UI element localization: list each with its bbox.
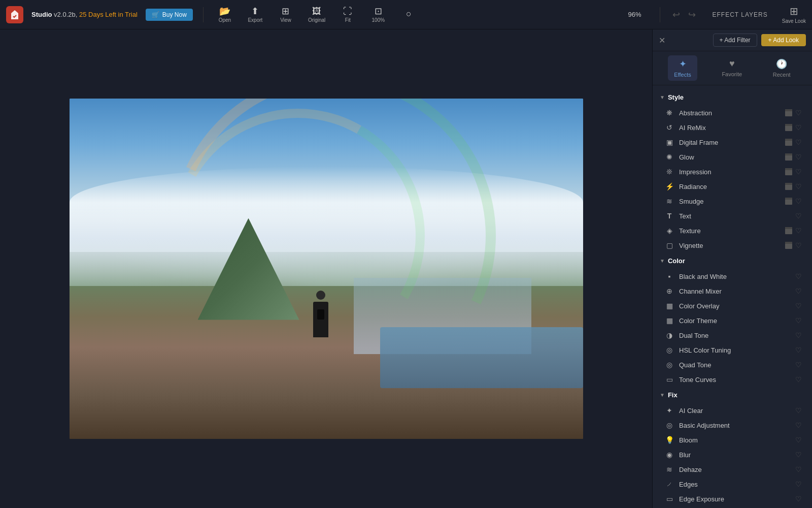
favorite-heart-icon[interactable]: ♡	[795, 302, 802, 310]
filter-item-edge-exposure[interactable]: ▭ Edge Exposure ♡	[656, 492, 809, 506]
filter-item-color-theme[interactable]: ▦ Color Theme ♡	[656, 313, 809, 328]
clapboard-icon[interactable]	[785, 198, 792, 205]
filter-item-channel-mixer[interactable]: ⊕ Channel Mixer ♡	[656, 284, 809, 298]
favorite-icon: ♥	[729, 58, 735, 69]
tab-favorite[interactable]: ♥ Favorite	[716, 55, 748, 81]
favorite-heart-icon[interactable]: ♡	[795, 346, 802, 354]
filter-item-color-overlay[interactable]: ▦ Color Overlay ♡	[656, 299, 809, 313]
favorite-heart-icon[interactable]: ♡	[795, 227, 802, 235]
favorite-heart-icon[interactable]: ♡	[795, 451, 802, 459]
filter-item-dual-tone[interactable]: ◑ Dual Tone ♡	[656, 328, 809, 342]
circle-tool-button[interactable]: ○	[397, 7, 420, 22]
text-icon: T	[665, 212, 674, 220]
smudge-icon: ≋	[665, 197, 674, 205]
favorite-heart-icon[interactable]: ♡	[795, 153, 802, 161]
buy-now-button[interactable]: 🛒 Buy Now	[146, 9, 193, 21]
filter-item-glow[interactable]: ✺ Glow ♡	[656, 150, 809, 164]
close-sidebar-button[interactable]: ✕	[659, 36, 665, 45]
favorite-heart-icon[interactable]: ♡	[795, 375, 802, 384]
favorite-heart-icon[interactable]: ♡	[795, 331, 802, 339]
filter-item-radiance[interactable]: ⚡ Radiance ♡	[656, 179, 809, 194]
section-color-header[interactable]: ▼ Color	[653, 253, 812, 269]
favorite-heart-icon[interactable]: ♡	[795, 406, 802, 415]
zoom-display: 96%	[619, 11, 650, 18]
open-button[interactable]: 📂 Open	[214, 5, 236, 25]
filter-actions: ♡	[795, 316, 802, 325]
favorite-heart-icon[interactable]: ♡	[795, 421, 802, 429]
radiance-icon: ⚡	[665, 182, 674, 190]
favorite-heart-icon[interactable]: ♡	[795, 109, 802, 117]
dehaze-icon: ≋	[665, 465, 674, 473]
canvas-area	[0, 29, 652, 508]
favorite-heart-icon[interactable]: ♡	[795, 465, 802, 473]
favorite-heart-icon[interactable]: ♡	[795, 123, 802, 132]
section-style-header[interactable]: ▼ Style	[653, 89, 812, 105]
filter-item-digital-frame[interactable]: ▣ Digital Frame ♡	[656, 135, 809, 149]
add-filter-button[interactable]: + Add Filter	[713, 34, 757, 47]
favorite-heart-icon[interactable]: ♡	[795, 168, 802, 176]
filter-item-black-and-white[interactable]: ▪ Black and White ♡	[656, 269, 809, 283]
favorite-heart-icon[interactable]: ♡	[795, 495, 802, 503]
clapboard-icon[interactable]	[785, 139, 792, 146]
clapboard-icon[interactable]	[785, 124, 792, 131]
filter-item-ai-remix[interactable]: ↺ AI ReMix ♡	[656, 120, 809, 135]
filter-item-abstraction[interactable]: ❋ Abstraction ♡	[656, 106, 809, 120]
filter-item-basic-adjustment[interactable]: ◎ Basic Adjustment ♡	[656, 418, 809, 432]
filter-actions: ♡	[785, 153, 802, 161]
filter-item-smudge[interactable]: ≋ Smudge ♡	[656, 194, 809, 208]
clapboard-icon[interactable]	[785, 168, 792, 175]
clapboard-icon[interactable]	[785, 227, 792, 234]
separator2	[660, 7, 660, 22]
color-theme-icon: ▦	[665, 316, 674, 325]
app-title: Studio v2.0.2b, 25 Days Left in Trial	[31, 11, 138, 18]
favorite-heart-icon[interactable]: ♡	[795, 436, 802, 444]
original-button[interactable]: 🖼 Original	[305, 5, 328, 25]
redo-button[interactable]: ↪	[686, 7, 698, 22]
export-button[interactable]: ⬆ Export	[244, 5, 266, 25]
filter-item-ai-clear[interactable]: ✦ AI Clear ♡	[656, 403, 809, 418]
add-look-button[interactable]: + Add Look	[761, 34, 806, 46]
fit-button[interactable]: ⛶ Fit	[336, 5, 359, 25]
favorite-heart-icon[interactable]: ♡	[795, 361, 802, 369]
filter-item-dehaze[interactable]: ≋ Dehaze ♡	[656, 462, 809, 477]
filter-item-tone-curves[interactable]: ▭ Tone Curves ♡	[656, 372, 809, 387]
view-button[interactable]: ⊞ View	[275, 5, 297, 25]
clapboard-icon[interactable]	[785, 242, 792, 249]
clapboard-icon[interactable]	[785, 183, 792, 190]
favorite-heart-icon[interactable]: ♡	[795, 241, 802, 249]
filter-item-text[interactable]: T Text ♡	[656, 209, 809, 223]
favorite-heart-icon[interactable]: ♡	[795, 182, 802, 190]
filter-item-vignette[interactable]: ▢ Vignette ♡	[656, 238, 809, 252]
filter-actions: ♡	[785, 241, 802, 249]
filter-actions: ♡	[785, 197, 802, 205]
tab-recent[interactable]: 🕐 Recent	[767, 55, 797, 81]
favorite-heart-icon[interactable]: ♡	[795, 138, 802, 146]
filter-item-texture[interactable]: ◈ Texture ♡	[656, 224, 809, 238]
filter-item-blur[interactable]: ◉ Blur ♡	[656, 448, 809, 462]
filter-actions: ♡	[795, 375, 802, 384]
bloom-icon: 💡	[665, 436, 674, 444]
filter-item-hsl-color-tuning[interactable]: ◎ HSL Color Tuning ♡	[656, 343, 809, 357]
favorite-heart-icon[interactable]: ♡	[795, 287, 802, 295]
filter-item-bloom[interactable]: 💡 Bloom ♡	[656, 433, 809, 447]
filter-item-impression[interactable]: ❊ Impression ♡	[656, 165, 809, 179]
abstraction-icon: ❋	[665, 109, 674, 117]
texture-icon: ◈	[665, 227, 674, 235]
clapboard-icon[interactable]	[785, 109, 792, 116]
zoom100-button[interactable]: ⊡ 100%	[367, 5, 389, 25]
filter-actions: ♡	[785, 182, 802, 190]
tab-effects[interactable]: ✦ Effects	[668, 55, 697, 81]
undo-button[interactable]: ↩	[670, 7, 682, 22]
favorite-heart-icon[interactable]: ♡	[795, 212, 802, 220]
filter-item-edges[interactable]: ⟋ Edges ♡	[656, 477, 809, 491]
filter-item-quad-tone[interactable]: ◎ Quad Tone ♡	[656, 358, 809, 372]
favorite-heart-icon[interactable]: ♡	[795, 316, 802, 325]
filter-actions: ♡	[795, 451, 802, 459]
save-look-button[interactable]: ⊞ Save Look	[782, 5, 806, 24]
section-fix-header[interactable]: ▼ Fix	[653, 387, 812, 403]
impression-icon: ❊	[665, 168, 674, 176]
favorite-heart-icon[interactable]: ♡	[795, 272, 802, 280]
favorite-heart-icon[interactable]: ♡	[795, 480, 802, 488]
favorite-heart-icon[interactable]: ♡	[795, 197, 802, 205]
clapboard-icon[interactable]	[785, 153, 792, 161]
